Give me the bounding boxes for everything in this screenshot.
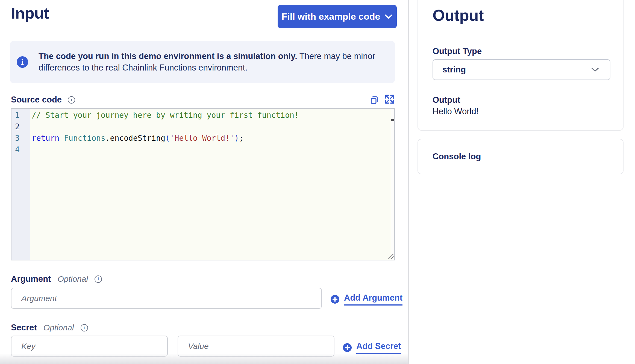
secret-optional-label: Optional <box>43 323 74 332</box>
add-argument-label: Add Argument <box>344 293 402 306</box>
editor-scrollbar-thumb[interactable] <box>391 119 394 121</box>
add-secret-button[interactable]: Add Secret <box>343 341 401 354</box>
add-secret-label: Add Secret <box>356 341 401 354</box>
code-token <box>59 134 64 143</box>
code-token: // Start your journey here by writing yo… <box>32 111 299 120</box>
output-result-label: Output <box>433 95 460 105</box>
banner-text-bold: The code you run in this demo environmen… <box>39 51 297 61</box>
plus-icon <box>331 295 339 304</box>
code-text: return Functions.encodeString('Hello Wor… <box>30 133 243 144</box>
line-number: 2 <box>11 121 30 133</box>
chevron-down-icon <box>384 14 393 19</box>
copy-icon <box>369 95 379 105</box>
code-line: 4 <box>11 144 390 155</box>
output-result-value: Hello World! <box>433 107 478 116</box>
source-code-editor[interactable]: 1 // Start your journey here by writing … <box>11 108 395 260</box>
argument-header: Argument Optional i <box>11 274 102 284</box>
argument-input[interactable] <box>11 288 322 309</box>
copy-code-button[interactable] <box>369 95 379 105</box>
fill-button-label: Fill with example code <box>282 11 380 22</box>
page-title-output: Output <box>433 6 484 25</box>
code-token: 'Hello World!' <box>170 134 234 143</box>
source-code-header: Source code i <box>11 95 75 105</box>
argument-optional-label: Optional <box>57 274 88 284</box>
banner-text: The code you run in this demo environmen… <box>39 51 391 74</box>
add-argument-button[interactable]: Add Argument <box>331 293 402 306</box>
info-icon[interactable]: i <box>95 275 102 283</box>
info-icon: i <box>17 56 28 68</box>
code-token: ) <box>234 134 239 143</box>
code-token: Functions <box>64 134 105 143</box>
line-number: 4 <box>11 144 30 155</box>
output-type-value: string <box>442 65 466 75</box>
code-line: 2 <box>11 121 390 133</box>
code-token: ; <box>239 134 244 143</box>
resize-handle[interactable] <box>387 253 394 260</box>
code-token: .encodeString <box>105 134 165 143</box>
output-type-select[interactable]: string <box>433 59 610 80</box>
code-line: 1 // Start your journey here by writing … <box>11 110 390 121</box>
code-text <box>30 121 32 133</box>
expand-icon <box>384 94 395 104</box>
fill-with-example-code-button[interactable]: Fill with example code <box>278 5 397 28</box>
secret-header: Secret Optional i <box>11 323 88 333</box>
expand-code-button[interactable] <box>384 94 395 104</box>
info-icon[interactable]: i <box>81 324 88 331</box>
output-type-label: Output Type <box>433 46 482 56</box>
chevron-down-icon <box>591 67 599 72</box>
plus-icon <box>343 343 352 352</box>
code-text: // Start your journey here by writing yo… <box>30 110 299 121</box>
editor-scrollbar[interactable] <box>391 109 394 260</box>
code-line: 3 return Functions.encodeString('Hello W… <box>11 133 390 144</box>
console-log-card: Console log <box>418 139 624 174</box>
code-lines: 1 // Start your journey here by writing … <box>11 110 390 155</box>
source-code-label: Source code <box>11 95 62 105</box>
code-text <box>30 144 32 155</box>
line-number: 1 <box>11 110 30 121</box>
console-log-label: Console log <box>433 152 481 162</box>
code-token: ( <box>165 134 170 143</box>
secret-label: Secret <box>11 323 37 333</box>
page-title-input: Input <box>11 4 49 22</box>
info-icon[interactable]: i <box>68 96 75 104</box>
resize-handle-icon <box>387 253 394 260</box>
code-token: return <box>32 134 59 143</box>
scroll-fade <box>0 354 408 364</box>
line-number: 3 <box>11 133 30 144</box>
vertical-divider <box>408 0 409 364</box>
output-card: Output Output Type string Output Hello W… <box>418 0 624 131</box>
simulation-info-banner: i The code you run in this demo environm… <box>10 41 395 83</box>
argument-label: Argument <box>11 274 51 284</box>
